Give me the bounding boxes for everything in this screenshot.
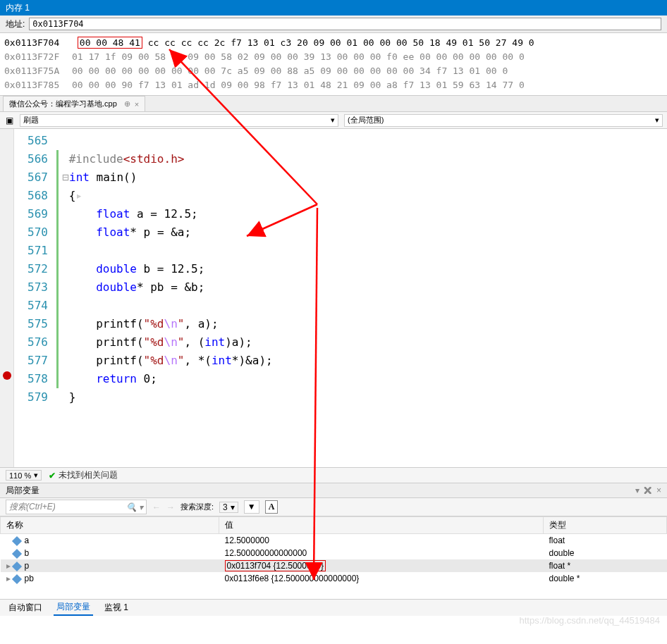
nav-back-icon[interactable]: ←: [152, 502, 161, 512]
memory-title-text: 内存 1: [6, 2, 30, 14]
addr-input[interactable]: [29, 18, 661, 30]
memory-panel-title: 内存 1: [0, 0, 667, 16]
memory-highlight: 00 00 48 41: [78, 37, 142, 49]
chevron-down-icon: ▾: [655, 116, 659, 125]
variable-icon: [11, 549, 21, 559]
close-icon[interactable]: ×: [656, 485, 661, 495]
text-mode-icon[interactable]: A: [265, 500, 279, 514]
module-icon: ▣: [4, 116, 14, 125]
check-icon: ✔: [49, 471, 56, 481]
breakpoint-gutter[interactable]: [0, 129, 14, 467]
memory-row: 0x0113F704 00 00 48 41 cc cc cc cc 2c f7…: [4, 36, 663, 50]
search-icon[interactable]: 🔍 ▾: [126, 502, 143, 512]
table-row[interactable]: ▸pb 0x0113f6e8 {12.500000000000000} doub…: [1, 572, 667, 585]
file-tab-row: 微信公众号：编程学习基地.cpp ⊕ ×: [0, 95, 667, 112]
depth-label: 搜索深度:: [180, 502, 214, 512]
depth-combo[interactable]: 3▾: [219, 502, 238, 513]
pin-icon[interactable]: 🞬: [644, 485, 652, 495]
variable-icon: [11, 574, 21, 584]
chevron-down-icon: ▾: [231, 502, 235, 512]
col-name[interactable]: 名称: [1, 517, 219, 534]
locals-table[interactable]: 名称 值 类型 a 12.5000000 float b 12.50000000…: [0, 516, 667, 585]
col-value[interactable]: 值: [219, 517, 544, 534]
tab-locals[interactable]: 局部变量: [54, 600, 93, 616]
watermark: https://blog.csdn.net/qq_44519484: [520, 615, 661, 626]
chevron-down-icon: ▾: [331, 116, 335, 125]
nav-bar: ▣ 刷题▾ (全局范围)▾: [0, 112, 667, 129]
close-icon[interactable]: ×: [135, 100, 139, 109]
col-type[interactable]: 类型: [544, 517, 667, 534]
addr-label: 地址:: [6, 18, 25, 30]
scope-combo-right[interactable]: (全局范围)▾: [344, 114, 663, 127]
bottom-tabs: 自动窗口 局部变量 监视 1: [0, 599, 667, 616]
no-issues-status: ✔ 未找到相关问题: [49, 469, 118, 481]
table-row[interactable]: b 12.500000000000000 double: [1, 547, 667, 559]
memory-addr: 0x0113F704: [4, 36, 72, 50]
locals-search-input[interactable]: 搜索(Ctrl+E) 🔍 ▾: [6, 500, 147, 514]
tab-watch[interactable]: 监视 1: [102, 600, 131, 615]
pin-icon[interactable]: ⊕: [124, 99, 130, 109]
breakpoint-icon[interactable]: [3, 371, 11, 380]
memory-row: 0x0113F72F01 17 1f 09 00 58 02 09 00 58 …: [4, 50, 663, 64]
variable-icon: [11, 562, 21, 571]
chevron-down-icon: ▾: [34, 471, 38, 480]
memory-hex-view[interactable]: 0x0113F704 00 00 48 41 cc cc cc cc 2c f7…: [0, 33, 667, 95]
dropdown-icon[interactable]: ▾: [635, 485, 640, 495]
code-content[interactable]: #include<stdio.h> ⊟int main() {▸ float a…: [56, 129, 667, 467]
line-numbers: 5655665675685695705715725735745755765775…: [14, 129, 56, 467]
table-row[interactable]: ▸p 0x0113f704 {12.5000000} float *: [1, 559, 667, 572]
variable-icon: [11, 536, 21, 546]
status-bar: 110 %▾ ✔ 未找到相关问题: [0, 467, 667, 483]
file-tab-label: 微信公众号：编程学习基地.cpp: [9, 99, 117, 109]
zoom-combo[interactable]: 110 %▾: [6, 470, 42, 481]
code-editor[interactable]: 5655665675685695705715725735745755765775…: [0, 129, 667, 467]
table-row[interactable]: a 12.5000000 float: [1, 534, 667, 547]
memory-address-bar: 地址:: [0, 16, 667, 33]
file-tab[interactable]: 微信公众号：编程学习基地.cpp ⊕ ×: [3, 96, 145, 111]
memory-row: 0x0113F78500 00 00 90 f7 13 01 ad 1d 09 …: [4, 78, 663, 92]
nav-fwd-icon[interactable]: →: [166, 502, 175, 512]
filter-icon[interactable]: ▼: [244, 500, 259, 514]
value-highlight: 0x0113f704 {12.5000000}: [225, 560, 326, 571]
scope-combo-left[interactable]: 刷题▾: [20, 114, 338, 127]
locals-panel-title: 局部变量 ▾ 🞬 ×: [0, 483, 667, 498]
locals-toolbar: 搜索(Ctrl+E) 🔍 ▾ ← → 搜索深度: 3▾ ▼ A: [0, 498, 667, 516]
tab-auto[interactable]: 自动窗口: [6, 600, 45, 615]
memory-row: 0x0113F75A00 00 00 00 00 00 00 00 00 7c …: [4, 64, 663, 78]
